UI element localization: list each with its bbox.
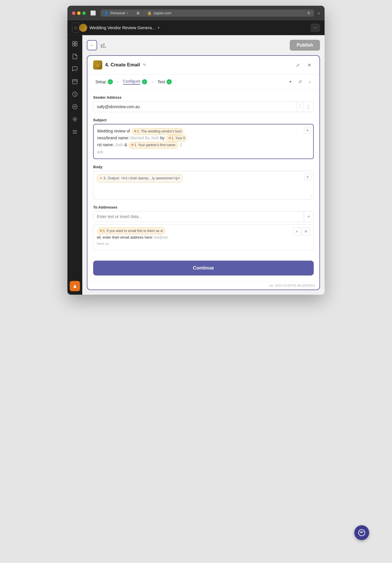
- input-controls: ˄ ˅ ⋮: [297, 102, 313, 112]
- step-test[interactable]: Test ✓: [155, 78, 174, 86]
- configure-check-icon: ✓: [142, 79, 147, 84]
- subject-field[interactable]: Wedding review of ✳ 1. The wedding vendo…: [93, 124, 314, 159]
- edit-icon[interactable]: ✎: [143, 63, 146, 67]
- body-add-button[interactable]: +: [304, 173, 311, 180]
- continue-button[interactable]: Continue: [93, 261, 314, 275]
- svg-point-6: [73, 104, 77, 109]
- panel-header: 4. Create Email ✎ ⤢ ✕: [87, 56, 319, 74]
- subject-label: Subject: [93, 118, 314, 122]
- app-title-text: Wedding Vendor Review Genera...: [89, 25, 155, 30]
- token-2-text: 1. Your fi: [172, 136, 185, 141]
- svg-rect-1: [75, 41, 77, 43]
- svg-marker-8: [95, 63, 100, 68]
- email-token[interactable]: ✳ 1. If you want to email this to them a…: [97, 227, 165, 234]
- svg-rect-4: [73, 80, 77, 84]
- expand-button[interactable]: ⤢: [293, 60, 302, 70]
- subject-token-2[interactable]: ✳ 1. Your fi: [166, 135, 187, 142]
- body-token-step: 3.: [103, 175, 107, 181]
- sender-address-group: Sender Address sally@idoreview.com.au ˄ …: [93, 95, 314, 112]
- sidebar-orange-button[interactable]: [70, 281, 80, 291]
- sender-address-field[interactable]: sally@idoreview.com.au: [93, 102, 297, 112]
- avatar: [79, 24, 87, 32]
- close-button[interactable]: ✕: [305, 60, 314, 70]
- more-nav-icon[interactable]: »: [317, 11, 320, 16]
- search-button[interactable]: ○: [306, 78, 314, 86]
- step-setup[interactable]: Setup ✓: [93, 78, 115, 86]
- to-address-input[interactable]: [93, 211, 304, 222]
- step-arrow-1: ›: [117, 80, 119, 84]
- sidebar-item-apps[interactable]: [70, 39, 80, 49]
- sidebar: [67, 35, 82, 295]
- chevron-down-icon: ˅: [299, 107, 301, 110]
- content-area: ← v7. Publish 4.: [82, 35, 325, 295]
- publish-button[interactable]: Publish: [290, 40, 320, 51]
- setup-check-icon: ✓: [108, 79, 113, 84]
- app-more-button[interactable]: ···: [311, 23, 320, 32]
- email-token-text: 1. If you want to email this to them as …: [103, 228, 163, 234]
- step-configure[interactable]: Configure ✓: [121, 78, 150, 86]
- zapier-icon: [93, 60, 102, 70]
- back-button[interactable]: ←: [87, 40, 97, 50]
- sidebar-item-file[interactable]: [70, 51, 80, 62]
- input-arrow-button[interactable]: ˄ ˅: [297, 102, 303, 112]
- toolbar: ← v7. Publish: [87, 40, 320, 51]
- sidebar-item-settings[interactable]: [70, 114, 80, 124]
- to-placeholder2: hers.co: [97, 241, 109, 246]
- body-token[interactable]: ≋ 3. Output: <h1>Josh &amp;...ly awesome…: [97, 175, 183, 182]
- subject-placeholder-1: Married By Josh: [130, 136, 159, 140]
- subject-add-button[interactable]: +: [304, 127, 311, 134]
- maximize-traffic-light[interactable]: [82, 11, 86, 15]
- body-token-label: Output:: [108, 175, 120, 181]
- input-more-button[interactable]: ⋮: [303, 102, 313, 112]
- body-token-preview: <h1>Josh &amp;...ly awesome!</p>: [121, 175, 180, 181]
- refresh-icon[interactable]: ↻: [307, 11, 311, 15]
- sidebar-toggle-icon[interactable]: ⬜: [89, 9, 97, 17]
- body-field[interactable]: ≋ 3. Output: <h1>Josh &amp;...ly awesome…: [93, 171, 314, 199]
- lock-icon: 🔒: [147, 11, 152, 15]
- profile-label: Personal: [110, 11, 125, 15]
- version-footer: ver. 2024-12-02T01:49-32f22018: [87, 281, 319, 290]
- subject-token-1[interactable]: ✳ 1. The wedding vendor's busi: [132, 128, 184, 135]
- subject-text: Wedding review of: [97, 129, 130, 133]
- subject-by: by: [160, 136, 165, 140]
- to-addresses-label: To Addresses: [93, 205, 314, 209]
- version-tag[interactable]: v7.: [101, 43, 106, 47]
- sender-address-input-wrapper: sally@idoreview.com.au ˄ ˅ ⋮: [93, 101, 314, 112]
- version-text: ver. 2024-12-02T01:49-32f22018: [269, 284, 315, 287]
- app-bar: ⌂ Wedding Vendor Review Genera... ▾ ···: [67, 20, 325, 35]
- svg-point-7: [74, 118, 76, 120]
- sidebar-item-chat[interactable]: [70, 64, 80, 74]
- resize-handle-icon[interactable]: ⌟: [311, 193, 312, 198]
- to-address-add-button[interactable]: +: [304, 211, 313, 222]
- token-3-text: 1. Your partner's first name:: [134, 142, 176, 148]
- sparkle-button[interactable]: ✦: [286, 78, 294, 86]
- undo-button[interactable]: ↺: [296, 78, 304, 86]
- minimize-traffic-light[interactable]: [77, 11, 81, 15]
- subject-placeholder-3: J: [180, 142, 182, 147]
- body-label: Body: [93, 165, 314, 169]
- home-button[interactable]: ⌂: [72, 23, 79, 33]
- close-traffic-light[interactable]: [72, 11, 75, 15]
- chat-bubble-button[interactable]: [354, 525, 369, 540]
- main-layout: ← v7. Publish 4.: [67, 35, 325, 295]
- sidebar-item-activity[interactable]: [70, 102, 80, 112]
- to-placeholder: ted@wit: [154, 235, 167, 239]
- sender-address-label: Sender Address: [93, 95, 314, 100]
- sidebar-item-calendar[interactable]: [70, 76, 80, 87]
- subject-token-3[interactable]: ✳ 1. Your partner's first name:: [129, 142, 178, 148]
- body-group: Body ≋ 3. Output: <h1>Josh &amp;...ly aw…: [93, 165, 314, 199]
- screen-icon: 🖥: [136, 11, 140, 15]
- sender-address-value: sally@idoreview.com.au: [97, 104, 140, 109]
- token-1-text: 1. The wedding vendor's busi: [137, 129, 182, 134]
- email-token-text2: ell, enter their email address here:: [97, 235, 153, 239]
- panel-title-area: 4. Create Email ✎: [93, 60, 146, 70]
- chevron-up-icon: ˄: [299, 104, 301, 107]
- email-token-remove-button[interactable]: ✕: [302, 227, 310, 235]
- sidebar-item-stack[interactable]: [70, 127, 80, 137]
- subject-group: Subject Wedding review of ✳ 1. The weddi…: [93, 118, 314, 159]
- email-token-add-button[interactable]: +: [293, 227, 301, 235]
- address-bar[interactable]: 👤 Personal ▾ 🖥 🔒 zapier.com ↻: [101, 9, 314, 17]
- sidebar-item-clock[interactable]: [70, 89, 80, 99]
- panel: 4. Create Email ✎ ⤢ ✕ Setup ✓: [87, 55, 320, 290]
- app-title-chevron-icon[interactable]: ▾: [158, 26, 159, 30]
